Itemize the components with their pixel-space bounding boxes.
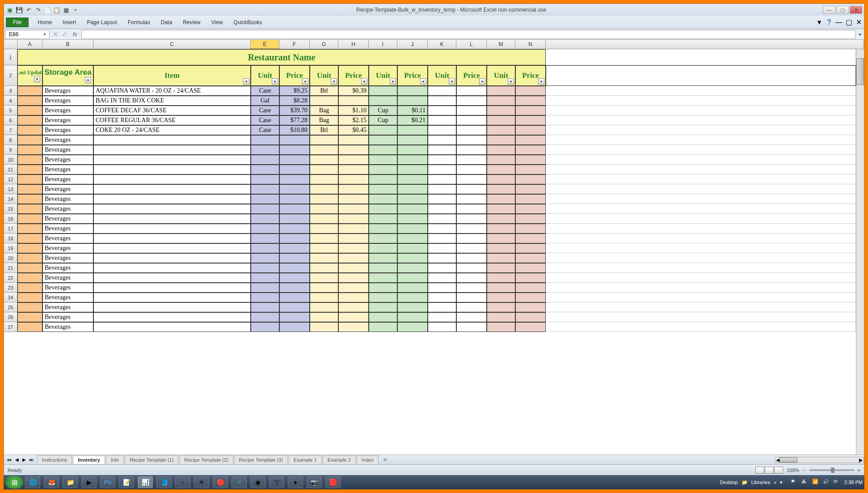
header-unit[interactable]: Unit▾: [487, 65, 515, 86]
cell-M3[interactable]: [487, 86, 515, 96]
media-player-icon[interactable]: ▶: [81, 476, 97, 488]
cell-I18[interactable]: [369, 234, 397, 243]
cell-L7[interactable]: [456, 125, 487, 135]
minimize-ribbon-icon[interactable]: —: [835, 19, 843, 26]
cell-E18[interactable]: [251, 234, 279, 243]
app-icon[interactable]: ▽: [269, 476, 284, 488]
cell-M21[interactable]: [487, 263, 515, 273]
save-icon[interactable]: 💾: [15, 6, 23, 14]
cell-N6[interactable]: [515, 115, 546, 125]
cell-F27[interactable]: [279, 322, 310, 332]
cell-I16[interactable]: [369, 214, 397, 224]
cell-I8[interactable]: [369, 135, 397, 145]
cell-K12[interactable]: [428, 174, 456, 184]
cell-A24[interactable]: [17, 293, 42, 302]
cell-F25[interactable]: [279, 302, 310, 312]
ribbon-tab-view[interactable]: View: [206, 17, 228, 27]
cell-L21[interactable]: [456, 263, 487, 273]
cell-B24[interactable]: Beverages: [42, 293, 93, 302]
cell-B11[interactable]: Beverages: [42, 165, 93, 174]
header-unit[interactable]: Unit▾: [428, 65, 456, 86]
ribbon-tab-quickbooks[interactable]: QuickBooks: [228, 17, 267, 27]
row-header-19[interactable]: 19: [4, 243, 17, 253]
zoom-slider[interactable]: [809, 469, 854, 471]
sheet-tab-recipe-template-3-[interactable]: Recipe Template (3): [234, 455, 288, 464]
app-icon[interactable]: 🟥: [325, 476, 341, 488]
cell-B14[interactable]: Beverages: [42, 194, 93, 204]
cell-M18[interactable]: [487, 234, 515, 243]
header-unit[interactable]: Unit▾: [251, 65, 279, 86]
cell-K7[interactable]: [428, 125, 456, 135]
cell-F23[interactable]: [279, 283, 310, 293]
cell-I13[interactable]: [369, 184, 397, 194]
fx-icon[interactable]: fx: [69, 31, 80, 38]
cell-I20[interactable]: [369, 253, 397, 263]
cell-A20[interactable]: [17, 253, 42, 263]
cell-J11[interactable]: [397, 165, 428, 174]
cell-H18[interactable]: [338, 234, 369, 243]
cell-N11[interactable]: [515, 165, 546, 174]
cell-H9[interactable]: [338, 145, 369, 155]
cell-G25[interactable]: [310, 302, 338, 312]
cell-H23[interactable]: [338, 283, 369, 293]
cell-E11[interactable]: [251, 165, 279, 174]
row-header-24[interactable]: 24: [4, 293, 17, 302]
cell-J10[interactable]: [397, 155, 428, 165]
sheet-tab-example-1[interactable]: Example 1: [289, 455, 322, 464]
sheet-tab-example-2[interactable]: Example 2: [323, 455, 356, 464]
cell-L22[interactable]: [456, 273, 487, 283]
cell-M22[interactable]: [487, 273, 515, 283]
cell-L11[interactable]: [456, 165, 487, 174]
vertical-scroll-thumb[interactable]: [856, 58, 864, 85]
cell-E10[interactable]: [251, 155, 279, 165]
formula-input[interactable]: [81, 30, 855, 39]
cell-H24[interactable]: [338, 293, 369, 302]
cell-B26[interactable]: Beverages: [42, 312, 93, 322]
cell-K9[interactable]: [428, 145, 456, 155]
cell-M10[interactable]: [487, 155, 515, 165]
cell-C25[interactable]: [93, 302, 251, 312]
header-unit[interactable]: Unit▾: [369, 65, 397, 86]
cell-A19[interactable]: [17, 243, 42, 253]
cell-E12[interactable]: [251, 174, 279, 184]
cell-G16[interactable]: [310, 214, 338, 224]
cell-H15[interactable]: [338, 204, 369, 214]
column-header-A[interactable]: A: [17, 40, 42, 49]
cell-B10[interactable]: Beverages: [42, 155, 93, 165]
cell-L25[interactable]: [456, 302, 487, 312]
cell-B21[interactable]: Beverages: [42, 263, 93, 273]
cell-M26[interactable]: [487, 312, 515, 322]
cell-L18[interactable]: [456, 234, 487, 243]
cell-A14[interactable]: [17, 194, 42, 204]
cell-J22[interactable]: [397, 273, 428, 283]
libraries-label[interactable]: Libraries: [751, 480, 770, 485]
cell-I12[interactable]: [369, 174, 397, 184]
column-header-L[interactable]: L: [456, 40, 487, 49]
cell-J14[interactable]: [397, 194, 428, 204]
cell-B23[interactable]: Beverages: [42, 283, 93, 293]
cell-I26[interactable]: [369, 312, 397, 322]
cell-F7[interactable]: $10.80: [279, 125, 310, 135]
cell-N23[interactable]: [515, 283, 546, 293]
cell-H3[interactable]: $0.39: [338, 86, 369, 96]
cell-K24[interactable]: [428, 293, 456, 302]
cell-K25[interactable]: [428, 302, 456, 312]
cell-H19[interactable]: [338, 243, 369, 253]
column-header-C[interactable]: C: [93, 40, 251, 49]
cell-E20[interactable]: [251, 253, 279, 263]
cell-M25[interactable]: [487, 302, 515, 312]
sync-icon[interactable]: ⟳: [834, 479, 841, 486]
column-header-F[interactable]: F: [279, 40, 310, 49]
cell-N24[interactable]: [515, 293, 546, 302]
cell-F8[interactable]: [279, 135, 310, 145]
cell-H13[interactable]: [338, 184, 369, 194]
cell-B20[interactable]: Beverages: [42, 253, 93, 263]
help-icon[interactable]: ?: [826, 19, 833, 26]
cell-E27[interactable]: [251, 322, 279, 332]
cell-L19[interactable]: [456, 243, 487, 253]
chevron-down-icon[interactable]: ▾: [816, 19, 823, 26]
cell-F18[interactable]: [279, 234, 310, 243]
header-unit[interactable]: Unit▾: [310, 65, 338, 86]
cell-J23[interactable]: [397, 283, 428, 293]
filter-icon[interactable]: ▾: [243, 78, 249, 85]
